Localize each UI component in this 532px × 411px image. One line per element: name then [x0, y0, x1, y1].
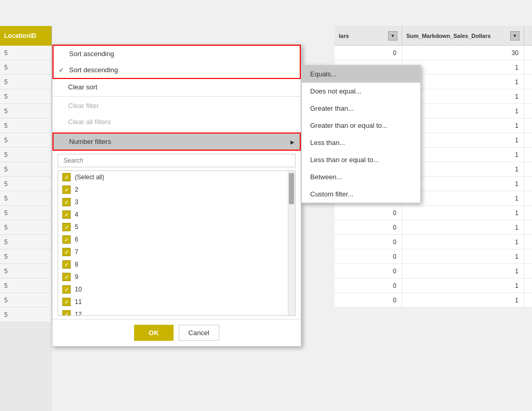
lars-label: lars: [339, 33, 349, 39]
checkbox-item[interactable]: ✓ 11: [58, 296, 295, 308]
checkbox-label: 12: [75, 311, 82, 316]
checkbox-item[interactable]: ✓ 3: [58, 196, 295, 208]
location-id-label: LocationID: [4, 32, 36, 39]
table-row: 0 1: [335, 279, 532, 293]
checkbox-select-all[interactable]: ✓ (Select all): [58, 171, 295, 183]
checkbox-label: 7: [75, 248, 78, 256]
left-cell: 5: [0, 104, 52, 118]
lars-cell: 0: [335, 206, 402, 220]
sum-markdown-cell: 1: [402, 293, 524, 307]
checkbox-label: 9: [75, 273, 78, 281]
less-than-equal-label: Less than or equal to...: [310, 156, 379, 164]
checkbox-item[interactable]: ✓ 10: [58, 283, 295, 296]
custom-filter-label: Custom filter...: [310, 190, 353, 198]
lars-filter-arrow[interactable]: ▼: [388, 31, 397, 41]
checkbox-list[interactable]: ✓ (Select all) ✓ 2 ✓ 3 ✓ 4 ✓ 5 ✓ 6 ✓ 7 ✓: [58, 170, 296, 316]
submenu-custom-filter[interactable]: Custom filter...: [302, 185, 420, 203]
sort-ascending-label: Sort ascending: [69, 50, 114, 58]
ok-button[interactable]: OK: [134, 325, 174, 341]
left-cell: 5: [0, 235, 52, 249]
left-cell: 5: [0, 89, 52, 104]
submenu-does-not-equal[interactable]: Does not equal...: [302, 83, 420, 100]
clear-filter-item: Clear filter: [52, 98, 301, 114]
submenu-less-than[interactable]: Less than...: [302, 134, 420, 151]
less-than-label: Less than...: [310, 139, 345, 147]
sort-ascending-item[interactable]: Sort ascending: [54, 46, 300, 62]
left-cell: 5: [0, 264, 52, 279]
left-cell: 5: [0, 46, 52, 60]
lars-cell: 0: [335, 235, 402, 249]
sum-markdown-column-header: Sum_Markdown_Sales_Dollars ▼: [402, 26, 524, 45]
checkbox-item[interactable]: ✓ 8: [58, 258, 295, 271]
left-cells: 5 5 5 5 5 5 5 5 5 5 5 5 5 5 5 5 5 5 5: [0, 46, 52, 322]
cancel-button[interactable]: Cancel: [179, 325, 219, 341]
table-row: 0 1: [335, 220, 532, 235]
sum-markdown-cell: 1: [402, 264, 524, 278]
right-table-header: lars ▼ Sum_Markdown_Sales_Dollars ▼: [335, 26, 532, 46]
number-filters-item[interactable]: Number filters ▶: [54, 134, 300, 150]
left-cell: 5: [0, 206, 52, 220]
checkbox-icon: ✓: [62, 235, 71, 244]
checkbox-item[interactable]: ✓ 5: [58, 221, 295, 233]
submenu: Equals... Does not equal... Greater than…: [301, 65, 421, 203]
dropdown-menu: Sort ascending ✓ Sort descending Clear s…: [52, 44, 301, 347]
checkbox-icon: ✓: [62, 198, 71, 206]
bottom-buttons: OK Cancel: [52, 319, 301, 346]
checkbox-icon: ✓: [62, 248, 71, 256]
checkbox-icon: ✓: [62, 273, 71, 281]
search-input[interactable]: [58, 154, 296, 167]
checkbox-icon: ✓: [62, 185, 71, 194]
sum-markdown-filter-arrow[interactable]: ▼: [510, 31, 520, 41]
menu-separator-2: [52, 131, 301, 131]
checkbox-label: 10: [75, 286, 82, 293]
left-cell: 5: [0, 162, 52, 177]
lars-cell: 0: [335, 293, 402, 307]
sum-markdown-cell: 1: [402, 279, 524, 293]
submenu-less-than-equal[interactable]: Less than or equal to...: [302, 151, 420, 168]
checkbox-label: 4: [75, 211, 78, 218]
left-cell: 5: [0, 148, 52, 162]
checkbox-item[interactable]: ✓ 2: [58, 183, 295, 196]
checkbox-item[interactable]: ✓ 12: [58, 308, 295, 316]
submenu-greater-than[interactable]: Greater than...: [302, 100, 420, 117]
submenu-greater-than-equal[interactable]: Greater than or equal to...: [302, 117, 420, 134]
does-not-equal-label: Does not equal...: [310, 87, 361, 95]
checkbox-label: 5: [75, 223, 78, 231]
left-cell: 5: [0, 293, 52, 308]
submenu-between[interactable]: Between...: [302, 168, 420, 185]
submenu-equals[interactable]: Equals...: [302, 65, 420, 83]
scrollbar-thumb[interactable]: [289, 173, 294, 204]
sum-markdown-cell: 1: [402, 220, 524, 234]
sort-descending-item[interactable]: ✓ Sort descending: [54, 62, 300, 78]
left-cell: 5: [0, 249, 52, 264]
checkbox-item[interactable]: ✓ 6: [58, 233, 295, 246]
between-label: Between...: [310, 173, 342, 181]
checkbox-icon: ✓: [62, 173, 71, 181]
table-row: 0 1: [335, 293, 532, 308]
checkbox-icon: ✓: [62, 285, 71, 294]
submenu-arrow-icon: ▶: [290, 139, 295, 144]
clear-sort-item[interactable]: Clear sort: [52, 79, 301, 95]
clear-all-filters-label: Clear all filters: [68, 118, 111, 126]
checkbox-label: 11: [75, 298, 82, 306]
sum-markdown-label: Sum_Markdown_Sales_Dollars: [406, 33, 491, 39]
left-cell: 5: [0, 308, 52, 322]
clear-filter-label: Clear filter: [68, 102, 99, 110]
left-cell: 5: [0, 118, 52, 133]
scrollbar-track[interactable]: [288, 171, 295, 315]
checkbox-item[interactable]: ✓ 4: [58, 208, 295, 221]
checkbox-label: 6: [75, 236, 78, 243]
checkbox-label: 2: [75, 186, 78, 193]
number-filters-group: Number filters ▶: [52, 132, 301, 151]
equals-label: Equals...: [310, 70, 337, 78]
checkbox-item[interactable]: ✓ 9: [58, 271, 295, 283]
left-cell: 5: [0, 220, 52, 235]
checkbox-icon: ✓: [62, 298, 71, 306]
checkbox-item[interactable]: ✓ 7: [58, 246, 295, 258]
table-row: 0 1: [335, 264, 532, 279]
sum-markdown-cell: 1: [402, 235, 524, 249]
table-row: 0 30: [335, 46, 532, 60]
lars-cell: 0: [335, 264, 402, 278]
checkbox-label: 8: [75, 261, 78, 268]
left-cell: 5: [0, 75, 52, 89]
